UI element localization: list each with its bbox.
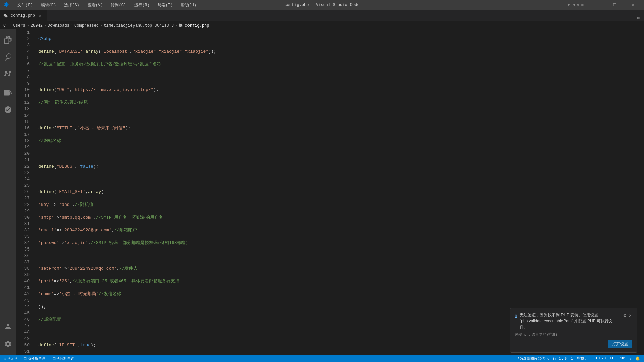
menu-view[interactable]: 查看(V)	[86, 2, 105, 9]
status-cursor-position[interactable]: 行 1，列 1	[551, 355, 574, 362]
tab-close-button[interactable]: ✕	[38, 13, 43, 18]
breadcrumb-sep-4: ›	[71, 23, 73, 28]
line-num-1: 1	[16, 29, 30, 36]
status-encoding[interactable]: UTF-8	[593, 355, 607, 362]
menu-terminal[interactable]: 终端(T)	[156, 2, 175, 9]
line-num-25: 25	[16, 182, 30, 189]
line-num-34: 34	[16, 240, 30, 246]
activity-account[interactable]	[0, 318, 16, 334]
line-num-42: 42	[16, 291, 30, 297]
menu-bar: 文件(F) 编辑(E) 选择(S) 查看(V) 转到(G) 运行(R) 终端(T…	[15, 2, 198, 9]
code-line-1: <?php	[38, 36, 644, 42]
code-editor-content[interactable]: <?php define('DATABASE',array("localhost…	[33, 29, 644, 355]
breadcrumb-c[interactable]: C:	[3, 23, 8, 28]
code-line-17: 'passwd' => 'xiaojie', //SMTP 密码 部分邮箱是授权…	[38, 240, 644, 246]
open-settings-button[interactable]: 打开设置	[608, 340, 632, 348]
code-line-8: define("TITLE","小杰 - 给未来写封信");	[38, 125, 644, 131]
status-bar: ⊗ 0 ⚠ 0 自动分析单词 自动分析单词 已为屏幕阅读器优化 行 1，列 1 …	[0, 355, 644, 362]
cursor-position-label: 行 1，列 1	[553, 356, 573, 361]
more-tabs-button[interactable]: ⊞	[636, 14, 641, 21]
tab-actions: ⊟ ⊞	[629, 14, 644, 21]
menu-goto[interactable]: 转到(G)	[109, 2, 128, 9]
line-num-45: 45	[16, 310, 30, 316]
screen-reader-label: 已为屏幕阅读器优化	[516, 356, 549, 361]
notification-header: ℹ 无法验证，因为找不到 PHP 安装。使用设置 "php.validate.e…	[515, 312, 632, 330]
code-line-18	[38, 253, 644, 259]
activity-explorer[interactable]	[0, 32, 16, 48]
status-spaces[interactable]: 空格: 4	[576, 355, 592, 362]
line-num-22: 22	[16, 163, 30, 170]
notification-close-icon[interactable]: ✕	[628, 312, 632, 319]
line-num-31: 31	[16, 221, 30, 227]
line-num-9: 9	[16, 80, 30, 87]
line-num-23: 23	[16, 170, 30, 176]
code-container[interactable]: 1 2 3 4 5 6 7 8 9 10 11 12 13 14 15 16 1…	[16, 29, 644, 355]
code-line-16: 'email' => '2894224928@qq.com', //邮箱账户	[38, 227, 644, 233]
line-num-47: 47	[16, 323, 30, 329]
status-screen-reader[interactable]: 已为屏幕阅读器优化	[514, 355, 550, 362]
activity-remote[interactable]	[0, 102, 16, 118]
sync-icon: ⇅	[629, 356, 631, 361]
status-errors[interactable]: ⊗ 0 ⚠ 0	[3, 355, 18, 362]
line-num-6: 6	[16, 61, 30, 67]
line-num-33: 33	[16, 233, 30, 240]
line-num-43: 43	[16, 297, 30, 304]
line-num-36: 36	[16, 253, 30, 259]
line-num-39: 39	[16, 272, 30, 278]
status-auto-analyze-1[interactable]: 自动分析单词	[22, 355, 47, 362]
minimize-button[interactable]: ─	[589, 0, 604, 10]
maximize-button[interactable]: □	[607, 0, 623, 10]
code-line-21: 'name' => '小杰 - 时光邮局' //发信名称	[38, 291, 644, 297]
line-num-27: 27	[16, 195, 30, 201]
menu-edit[interactable]: 编辑(E)	[39, 2, 58, 9]
breadcrumb-users[interactable]: Users	[13, 23, 25, 28]
status-line-ending[interactable]: LF	[608, 355, 615, 362]
menu-file[interactable]: 文件(F)	[15, 2, 35, 9]
breadcrumb-sep-1: ›	[9, 23, 12, 28]
line-num-10: 10	[16, 87, 30, 93]
line-num-37: 37	[16, 259, 30, 265]
breadcrumb-file[interactable]: config.php	[185, 23, 209, 28]
activity-search[interactable]	[0, 49, 16, 65]
split-editor-button[interactable]: ⊟	[629, 14, 634, 21]
breadcrumb-sep-3: ›	[44, 23, 46, 28]
menu-run[interactable]: 运行(R)	[132, 2, 152, 9]
breadcrumb-compressed[interactable]: Compressed	[74, 23, 99, 28]
code-line-11: define("DEBUG", false);	[38, 163, 644, 170]
encoding-label: UTF-8	[595, 356, 606, 360]
auto-analyze-label-2: 自动分析单词	[52, 356, 74, 361]
menu-select[interactable]: 选择(S)	[62, 2, 82, 9]
breadcrumb-downloads[interactable]: Downloads	[48, 23, 69, 28]
notification-message: 无法验证，因为找不到 PHP 安装。使用设置 "php.validate.exe…	[520, 312, 620, 330]
line-num-29: 29	[16, 208, 30, 214]
activity-source-control[interactable]	[0, 67, 16, 83]
line-numbers: 1 2 3 4 5 6 7 8 9 10 11 12 13 14 15 16 1…	[16, 29, 33, 355]
line-num-40: 40	[16, 278, 30, 284]
activity-settings[interactable]	[0, 336, 16, 352]
line-num-11: 11	[16, 93, 30, 99]
window-title: config.php — Visual Studio Code	[284, 3, 359, 7]
notification-settings-icon[interactable]: ⚙	[623, 312, 627, 319]
menu-help[interactable]: 帮助(H)	[179, 2, 198, 9]
status-sync[interactable]: ⇅	[628, 355, 633, 362]
breadcrumb-28942[interactable]: 28942	[31, 23, 43, 28]
line-num-7: 7	[16, 67, 30, 74]
code-line-19: 'setFrom' => '2894224928@qq.com', //发件人	[38, 265, 644, 272]
status-notifications[interactable]: 🔔	[634, 355, 641, 362]
line-num-12: 12	[16, 99, 30, 106]
status-language[interactable]: PHP	[617, 355, 627, 362]
close-button[interactable]: ✕	[625, 0, 641, 10]
line-num-14: 14	[16, 112, 30, 119]
tab-config-php[interactable]: 🐘 config.php ✕	[0, 10, 47, 21]
code-line-4	[38, 74, 644, 80]
line-num-13: 13	[16, 106, 30, 112]
breadcrumb-folder[interactable]: time.xiaojieyahu.top_364Es3_3	[104, 23, 174, 28]
line-num-18: 18	[16, 138, 30, 144]
activity-extensions[interactable]	[0, 84, 16, 100]
line-num-26: 26	[16, 189, 30, 195]
status-auto-analyze-2[interactable]: 自动分析单词	[51, 355, 76, 362]
line-num-32: 32	[16, 227, 30, 233]
title-bar: 文件(F) 编辑(E) 选择(S) 查看(V) 转到(G) 运行(R) 终端(T…	[0, 0, 644, 10]
warning-icon: ⚠	[11, 356, 13, 361]
line-num-35: 35	[16, 246, 30, 253]
